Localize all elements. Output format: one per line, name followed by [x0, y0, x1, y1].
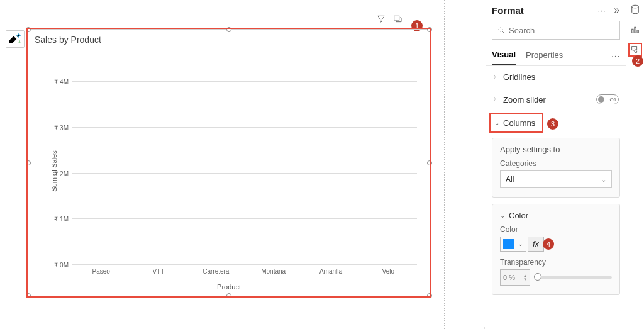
brush-icon	[6, 30, 24, 48]
chevron-right-icon: 〉	[493, 73, 499, 82]
tab-properties[interactable]: Properties	[526, 47, 563, 65]
gridline: ₹ 1M	[72, 218, 417, 219]
annotation-badge-4: 4	[543, 238, 554, 250]
focus-mode-icon[interactable]	[392, 14, 402, 26]
resize-handle[interactable]	[26, 293, 31, 298]
fx-button[interactable]: fx	[528, 237, 544, 252]
gridline: ₹ 4M	[72, 81, 417, 82]
card-label: Columns	[503, 118, 535, 128]
transparency-label: Transparency	[500, 258, 612, 267]
card-columns[interactable]: ⌄ Columns	[489, 113, 543, 133]
pane-title: Format	[492, 5, 592, 16]
spinner-icon[interactable]: ▲▼	[523, 274, 527, 281]
y-tick-label: ₹ 4M	[54, 79, 69, 86]
color-card-header[interactable]: ⌄ Color	[500, 211, 612, 225]
gridline: ₹ 3M	[72, 127, 417, 128]
y-tick-label: ₹ 3M	[54, 125, 69, 131]
x-axis-label: Product	[217, 283, 241, 291]
search-field[interactable]	[509, 26, 614, 35]
bar-chart-visual[interactable]: Sales by Product Sum of Sales Product Pa…	[28, 29, 430, 296]
more-icon[interactable]: ···	[597, 6, 606, 15]
svg-rect-3	[632, 29, 633, 33]
dropdown-value: All	[506, 175, 514, 184]
card-gridlines[interactable]: 〉 Gridlines	[486, 66, 626, 88]
svg-rect-0	[394, 16, 399, 20]
color-card: ⌄ Color Color ⌄ fx 4 Transparency 0 % ▲▼	[492, 204, 620, 295]
transparency-input[interactable]: 0 % ▲▼	[500, 269, 530, 286]
card-label: Gridlines	[503, 72, 535, 82]
format-painter-button[interactable]	[6, 30, 25, 48]
transparency-slider[interactable]	[536, 276, 612, 279]
transparency-value: 0 %	[503, 274, 515, 281]
svg-point-1	[499, 28, 502, 31]
chart-grid: PaseoVTTCarreteraMontanaAmarillaVelo ₹ 0…	[72, 59, 417, 264]
fx-label: fx	[533, 240, 538, 248]
y-tick-label: ₹ 1M	[54, 216, 69, 223]
visual-header-actions	[376, 14, 402, 26]
categories-dropdown[interactable]: All ⌄	[500, 170, 612, 188]
format-pane-icon[interactable]	[628, 43, 642, 57]
chevron-down-icon: ⌄	[518, 241, 523, 247]
x-tick-label: Velo	[382, 268, 394, 275]
chevron-down-icon: ⌄	[494, 120, 499, 126]
y-tick-label: ₹ 0M	[54, 262, 69, 269]
chevron-right-icon: 〉	[493, 95, 499, 104]
tabs-overflow-icon[interactable]: ···	[611, 51, 620, 60]
gridline: ₹ 0M	[72, 264, 417, 265]
resize-handle[interactable]	[226, 293, 231, 298]
resize-handle[interactable]	[427, 293, 432, 298]
search-icon	[497, 26, 505, 35]
search-input[interactable]	[492, 21, 620, 40]
resize-handle[interactable]	[226, 27, 231, 32]
x-tick-label: Carretera	[203, 268, 229, 275]
plot-area: Sum of Sales Product PaseoVTTCarreteraMo…	[35, 52, 423, 289]
color-swatch	[503, 239, 514, 249]
apply-settings-panel: Apply settings to Categories All ⌄	[492, 138, 620, 198]
y-tick-label: ₹ 2M	[54, 170, 69, 177]
svg-rect-4	[635, 27, 636, 33]
color-label: Color	[500, 225, 612, 234]
card-label: Color	[509, 211, 528, 220]
canvas-divider	[444, 0, 445, 329]
report-canvas: 1 Sales by Product Sum of Sales Product …	[0, 0, 440, 327]
chevron-down-icon: ⌄	[500, 212, 505, 219]
color-swatch-dropdown[interactable]: ⌄	[500, 237, 526, 252]
slider-thumb[interactable]	[534, 273, 541, 281]
categories-label: Categories	[500, 159, 612, 168]
x-tick-label: Montana	[261, 268, 286, 275]
svg-point-2	[632, 5, 639, 8]
panel-header: Apply settings to	[500, 145, 612, 154]
filter-icon[interactable]	[376, 14, 386, 26]
data-pane-icon[interactable]	[628, 3, 642, 16]
right-rail	[628, 3, 643, 57]
expand-icon[interactable]	[611, 6, 620, 15]
card-label: Zoom slider	[503, 95, 546, 104]
resize-handle[interactable]	[26, 27, 31, 32]
toggle-label: Off	[609, 97, 616, 103]
x-tick-label: VTT	[153, 268, 165, 275]
zoom-toggle[interactable]: Off	[596, 94, 619, 104]
build-pane-icon[interactable]	[628, 23, 642, 36]
resize-handle[interactable]	[427, 27, 432, 32]
bars-container: PaseoVTTCarreteraMontanaAmarillaVelo	[72, 59, 417, 264]
resize-handle[interactable]	[427, 160, 432, 165]
annotation-badge-2: 2	[632, 55, 643, 67]
svg-rect-5	[637, 30, 638, 33]
x-tick-label: Paseo	[92, 268, 109, 275]
tab-visual[interactable]: Visual	[492, 46, 516, 65]
resize-handle[interactable]	[26, 160, 31, 165]
annotation-badge-3: 3	[547, 118, 558, 130]
svg-rect-6	[632, 47, 637, 50]
gridline: ₹ 2M	[72, 173, 417, 174]
format-tabs: Visual Properties ···	[486, 45, 626, 66]
card-zoom-slider[interactable]: 〉 Zoom slider Off	[486, 88, 626, 111]
x-tick-label: Amarilla	[319, 268, 342, 275]
chevron-down-icon: ⌄	[601, 176, 606, 183]
chart-title: Sales by Product	[28, 30, 430, 47]
format-pane: Format ··· Visual Properties ··· 〉 Gridl…	[453, 0, 626, 327]
